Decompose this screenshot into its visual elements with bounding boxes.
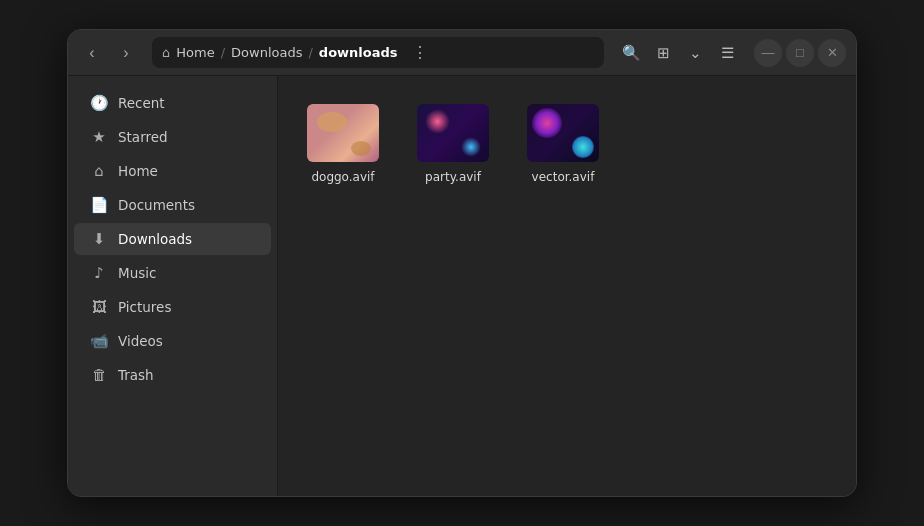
sidebar-item-videos[interactable]: 📹 Videos: [74, 325, 271, 357]
home-icon: ⌂: [162, 45, 170, 60]
sidebar-item-music[interactable]: ♪ Music: [74, 257, 271, 289]
maximize-button[interactable]: □: [786, 39, 814, 67]
main-content: 🕐 Recent ★ Starred ⌂ Home 📄 Documents ⬇ …: [68, 76, 856, 496]
pictures-icon: 🖼: [90, 298, 108, 316]
file-thumb-vector: [527, 104, 599, 162]
titlebar: ‹ › ⌂ Home / Downloads / downloads ⋮ 🔍 ⊞…: [68, 30, 856, 76]
star-icon: ★: [90, 128, 108, 146]
breadcrumb-sep-1: /: [221, 45, 225, 60]
window-controls: — □ ✕: [754, 39, 846, 67]
file-name-doggo: doggo.avif: [311, 170, 374, 184]
view-grid-button[interactable]: ⊞: [648, 38, 678, 68]
sidebar-item-home[interactable]: ⌂ Home: [74, 155, 271, 187]
file-area: doggo.avif party.avif vector.avif: [278, 76, 856, 496]
breadcrumb-current: downloads: [319, 45, 398, 60]
breadcrumb-home[interactable]: Home: [176, 45, 214, 60]
music-icon: ♪: [90, 264, 108, 282]
sidebar-item-downloads[interactable]: ⬇ Downloads: [74, 223, 271, 255]
file-thumb-party: [417, 104, 489, 162]
breadcrumb-sep-2: /: [308, 45, 312, 60]
sidebar-label-music: Music: [118, 265, 156, 281]
documents-icon: 📄: [90, 196, 108, 214]
file-item-vector[interactable]: vector.avif: [518, 96, 608, 192]
home-sidebar-icon: ⌂: [90, 162, 108, 180]
file-manager-window: ‹ › ⌂ Home / Downloads / downloads ⋮ 🔍 ⊞…: [67, 29, 857, 497]
toolbar-right: 🔍 ⊞ ⌄ ☰: [616, 38, 742, 68]
back-button[interactable]: ‹: [78, 39, 106, 67]
forward-button[interactable]: ›: [112, 39, 140, 67]
search-button[interactable]: 🔍: [616, 38, 646, 68]
trash-icon: 🗑: [90, 366, 108, 384]
file-thumb-doggo: [307, 104, 379, 162]
sidebar-item-pictures[interactable]: 🖼 Pictures: [74, 291, 271, 323]
view-chevron-button[interactable]: ⌄: [680, 38, 710, 68]
sidebar-item-starred[interactable]: ★ Starred: [74, 121, 271, 153]
file-item-doggo[interactable]: doggo.avif: [298, 96, 388, 192]
view-list-button[interactable]: ☰: [712, 38, 742, 68]
sidebar-label-downloads: Downloads: [118, 231, 192, 247]
sidebar-item-documents[interactable]: 📄 Documents: [74, 189, 271, 221]
sidebar-label-pictures: Pictures: [118, 299, 171, 315]
minimize-button[interactable]: —: [754, 39, 782, 67]
sidebar-item-recent[interactable]: 🕐 Recent: [74, 87, 271, 119]
file-name-party: party.avif: [425, 170, 481, 184]
videos-icon: 📹: [90, 332, 108, 350]
sidebar-label-home: Home: [118, 163, 158, 179]
sidebar-label-recent: Recent: [118, 95, 165, 111]
breadcrumb-menu-button[interactable]: ⋮: [406, 41, 434, 64]
sidebar-item-trash[interactable]: 🗑 Trash: [74, 359, 271, 391]
recent-icon: 🕐: [90, 94, 108, 112]
file-item-party[interactable]: party.avif: [408, 96, 498, 192]
breadcrumb-downloads[interactable]: Downloads: [231, 45, 302, 60]
breadcrumb: ⌂ Home / Downloads / downloads ⋮: [152, 37, 604, 68]
sidebar-label-trash: Trash: [118, 367, 154, 383]
sidebar-label-videos: Videos: [118, 333, 163, 349]
sidebar-label-starred: Starred: [118, 129, 168, 145]
downloads-icon: ⬇: [90, 230, 108, 248]
sidebar-label-documents: Documents: [118, 197, 195, 213]
sidebar: 🕐 Recent ★ Starred ⌂ Home 📄 Documents ⬇ …: [68, 76, 278, 496]
file-grid: doggo.avif party.avif vector.avif: [298, 96, 836, 192]
file-name-vector: vector.avif: [532, 170, 595, 184]
close-button[interactable]: ✕: [818, 39, 846, 67]
